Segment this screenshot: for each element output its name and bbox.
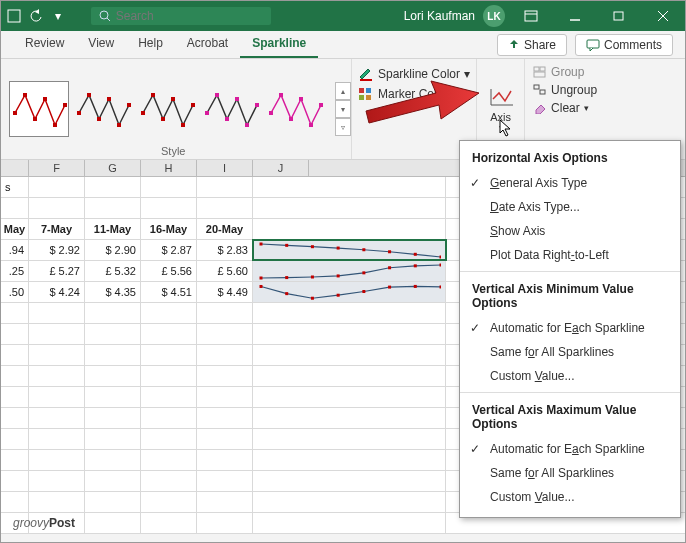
- comments-button[interactable]: Comments: [575, 34, 673, 56]
- cell[interactable]: [197, 345, 253, 365]
- cell[interactable]: $ 2.92: [29, 240, 85, 260]
- cell[interactable]: [141, 429, 197, 449]
- cell[interactable]: [253, 282, 446, 302]
- menu-item[interactable]: Custom Value...: [460, 485, 680, 509]
- cell[interactable]: [197, 324, 253, 344]
- gallery-down-icon[interactable]: ▾: [335, 100, 351, 118]
- cell[interactable]: [85, 177, 141, 197]
- menu-item[interactable]: Same for All Sparklines: [460, 461, 680, 485]
- cell[interactable]: .25: [1, 261, 29, 281]
- cell[interactable]: [1, 198, 29, 218]
- cell[interactable]: £ 5.32: [85, 261, 141, 281]
- cell[interactable]: [85, 492, 141, 512]
- menu-item[interactable]: Plot Data Right-to-Left: [460, 243, 680, 267]
- minimize-button[interactable]: [557, 2, 593, 30]
- cell[interactable]: [85, 387, 141, 407]
- style-thumb[interactable]: [73, 81, 133, 137]
- cell[interactable]: [29, 345, 85, 365]
- col-header[interactable]: I: [197, 160, 253, 176]
- cell[interactable]: $ 4.51: [141, 282, 197, 302]
- redo-dropdown-icon[interactable]: ▾: [49, 7, 67, 25]
- style-thumb[interactable]: [265, 81, 325, 137]
- cell[interactable]: [1, 471, 29, 491]
- cell[interactable]: [1, 303, 29, 323]
- cell[interactable]: [29, 471, 85, 491]
- cell[interactable]: [141, 303, 197, 323]
- close-button[interactable]: [645, 2, 681, 30]
- cell[interactable]: [253, 177, 446, 197]
- cell[interactable]: [85, 513, 141, 533]
- cell[interactable]: [197, 303, 253, 323]
- cell[interactable]: [85, 324, 141, 344]
- tab-sparkline[interactable]: Sparkline: [240, 30, 318, 58]
- cell[interactable]: [85, 366, 141, 386]
- cell[interactable]: [253, 219, 446, 239]
- cell[interactable]: £ 5.60: [197, 261, 253, 281]
- tab-review[interactable]: Review: [13, 30, 76, 58]
- cell[interactable]: May: [1, 219, 29, 239]
- tab-view[interactable]: View: [76, 30, 126, 58]
- col-header[interactable]: F: [29, 160, 85, 176]
- cell[interactable]: [253, 345, 446, 365]
- cell[interactable]: $ 2.87: [141, 240, 197, 260]
- cell[interactable]: [197, 471, 253, 491]
- cell[interactable]: [1, 324, 29, 344]
- cell[interactable]: 16-May: [141, 219, 197, 239]
- cell[interactable]: [1, 345, 29, 365]
- cell[interactable]: [197, 429, 253, 449]
- ungroup-button[interactable]: Ungroup: [533, 83, 597, 97]
- cell[interactable]: [141, 408, 197, 428]
- cell[interactable]: £ 5.56: [141, 261, 197, 281]
- cell[interactable]: 20-May: [197, 219, 253, 239]
- cell[interactable]: [141, 450, 197, 470]
- cell[interactable]: [197, 177, 253, 197]
- cell[interactable]: [85, 450, 141, 470]
- cell[interactable]: .94: [1, 240, 29, 260]
- cell[interactable]: [253, 366, 446, 386]
- cell[interactable]: [253, 324, 446, 344]
- search-input[interactable]: [116, 9, 263, 23]
- cell[interactable]: £ 5.27: [29, 261, 85, 281]
- cell[interactable]: [141, 324, 197, 344]
- menu-item[interactable]: Same for All Sparklines: [460, 340, 680, 364]
- cell[interactable]: [85, 198, 141, 218]
- cell[interactable]: [85, 429, 141, 449]
- cell[interactable]: [29, 177, 85, 197]
- sparkline-style-gallery[interactable]: [1, 59, 333, 159]
- cell[interactable]: [141, 198, 197, 218]
- cell[interactable]: [197, 387, 253, 407]
- cell[interactable]: [253, 429, 446, 449]
- cell[interactable]: [253, 303, 446, 323]
- cell[interactable]: [197, 450, 253, 470]
- cell[interactable]: [141, 366, 197, 386]
- cell[interactable]: [1, 387, 29, 407]
- user-avatar[interactable]: LK: [483, 5, 505, 27]
- cell[interactable]: [197, 198, 253, 218]
- cell[interactable]: $ 4.35: [85, 282, 141, 302]
- cell[interactable]: [85, 408, 141, 428]
- cell[interactable]: [253, 450, 446, 470]
- user-name[interactable]: Lori Kaufman: [404, 9, 475, 23]
- cell[interactable]: 11-May: [85, 219, 141, 239]
- menu-item[interactable]: Automatic for Each Sparkline: [460, 316, 680, 340]
- cell[interactable]: [197, 408, 253, 428]
- cell[interactable]: $ 2.90: [85, 240, 141, 260]
- autosave-icon[interactable]: [5, 7, 23, 25]
- cell[interactable]: [141, 513, 197, 533]
- style-thumb[interactable]: [9, 81, 69, 137]
- cell[interactable]: [253, 387, 446, 407]
- clear-button[interactable]: Clear▾: [533, 101, 597, 115]
- cell[interactable]: [253, 240, 446, 260]
- col-header[interactable]: G: [85, 160, 141, 176]
- menu-item[interactable]: Date Axis Type...: [460, 195, 680, 219]
- gallery-more-icon[interactable]: ▿: [335, 118, 351, 136]
- cell[interactable]: [197, 513, 253, 533]
- menu-item[interactable]: Custom Value...: [460, 364, 680, 388]
- search-box[interactable]: [91, 7, 271, 25]
- cell[interactable]: 7-May: [29, 219, 85, 239]
- undo-icon[interactable]: [27, 7, 45, 25]
- cell[interactable]: [85, 345, 141, 365]
- cell[interactable]: [29, 387, 85, 407]
- cell[interactable]: [29, 408, 85, 428]
- share-button[interactable]: Share: [497, 34, 567, 56]
